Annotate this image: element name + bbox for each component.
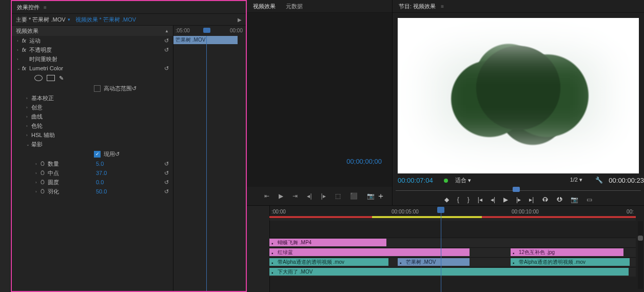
effect-controls-mini-timeline[interactable]: :05:00 00:00 芒果树 .MOV [173, 26, 246, 291]
timeline-vscrollbar[interactable] [638, 221, 643, 289]
export-frame-icon[interactable]: 📷 [571, 196, 578, 203]
mini-playhead-line[interactable] [206, 36, 207, 291]
resolution-dropdown[interactable]: 1/2 ▾ [570, 177, 582, 183]
step-back-icon[interactable]: ◂| [307, 192, 311, 200]
twirl-open-icon[interactable]: ⌄ [17, 66, 22, 71]
clip-a1[interactable]: ▪下大雨了 .MOV [269, 268, 629, 276]
clip-v3[interactable]: ▪蝴蝶飞舞 .MP4 [269, 239, 386, 246]
master-clip-label[interactable]: 主要 * 芒果树 .MOV [16, 16, 66, 24]
clip-v1c[interactable]: ▪带Alpha通道的透明视频 .mov [511, 258, 630, 266]
midpoint-value[interactable]: 37.0 [96, 170, 107, 176]
motion-effect-row[interactable]: › fx 运动 ↺ [12, 36, 173, 45]
mini-playhead-icon[interactable] [203, 28, 210, 33]
clip-v2a[interactable]: ▪红绿蓝 [269, 248, 470, 256]
scrollbar-thumb[interactable] [638, 236, 643, 241]
timeline-playhead[interactable] [441, 207, 441, 292]
basic-correction-row[interactable]: ›基本校正 [12, 93, 173, 103]
mark-out-icon[interactable]: ⇥ [292, 192, 298, 200]
color-wheels-row[interactable]: ›色轮 [12, 121, 173, 130]
curves-row[interactable]: ›曲线 [12, 112, 173, 121]
program-viewport[interactable] [398, 18, 639, 173]
collapse-icon[interactable]: ▲ [165, 29, 169, 33]
source-timecode[interactable]: 00;00;00;00 [346, 158, 382, 165]
chevron-down-icon[interactable]: ▾ [68, 17, 70, 22]
panel-menu-icon[interactable]: ≡ [44, 5, 47, 10]
twirl-icon[interactable]: › [17, 57, 22, 62]
program-scrub-bar[interactable] [396, 187, 641, 193]
add-marker-icon[interactable]: ◆ [444, 196, 449, 203]
add-button-icon[interactable]: ＋ [377, 191, 385, 202]
zoom-fit-dropdown[interactable]: 适合 ▾ [455, 177, 471, 184]
extract-icon[interactable]: ⮋ [556, 196, 562, 203]
opacity-effect-row[interactable]: › fx 不透明度 ↺ [12, 45, 173, 54]
fx-badge-icon[interactable]: fx [22, 38, 29, 44]
lumetri-effect-row[interactable]: ⌄ fx Lumetri Color ↺ [12, 64, 173, 73]
stopwatch-icon[interactable]: Ö [41, 189, 48, 194]
play-icon[interactable]: ▶ [279, 192, 283, 200]
mark-in-icon[interactable]: { [457, 196, 459, 203]
play-icon[interactable]: ▶ [503, 196, 508, 203]
time-remap-effect-row[interactable]: › 时间重映射 [12, 54, 173, 64]
reset-icon[interactable]: ↺ [164, 65, 169, 72]
panel-menu-icon[interactable]: ≡ [441, 4, 444, 9]
step-fwd-icon[interactable]: |▸ [321, 192, 326, 200]
fx-badge-icon[interactable]: fx [22, 66, 29, 71]
step-fwd-icon[interactable]: |▸ [516, 196, 521, 203]
reset-icon[interactable]: ↺ [132, 85, 136, 92]
overwrite-icon[interactable]: ⬛ [350, 192, 358, 200]
video-track-3[interactable]: ▪蝴蝶飞舞 .MP4 [269, 238, 636, 247]
feather-value[interactable]: 50.0 [96, 188, 107, 194]
ellipse-mask-icon[interactable] [34, 75, 43, 81]
creative-row[interactable]: ›创意 [12, 103, 173, 112]
export-frame-icon[interactable]: 📷 [367, 192, 375, 200]
mark-in-icon[interactable]: ⇤ [264, 192, 269, 200]
reset-icon[interactable]: ↺ [164, 47, 169, 53]
mini-clip-bar[interactable]: 芒果树 .MOV [173, 36, 238, 44]
video-track-1[interactable]: ▪带Alpha通道的透明视频 .mov ▪芒果树 .MOV ▪带Alpha通道的… [269, 257, 636, 267]
comparison-icon[interactable]: ▭ [587, 196, 592, 203]
hsl-secondary-row[interactable]: ›HSL 辅助 [12, 130, 173, 140]
sequence-clip-label[interactable]: 视频效果 * 芒果树 .MOV [75, 16, 136, 24]
reset-icon[interactable]: ↺ [164, 161, 169, 167]
reset-icon[interactable]: ↺ [164, 170, 169, 177]
fx-badge-icon[interactable]: fx [22, 47, 29, 53]
video-track-2[interactable]: ▪红绿蓝 ▪12色互补色 .jpg [269, 247, 636, 257]
clip-v2b[interactable]: ▪12色互补色 .jpg [511, 248, 623, 256]
twirl-icon[interactable]: › [17, 48, 22, 52]
stopwatch-icon[interactable]: Ö [41, 170, 48, 176]
settings-wrench-icon[interactable]: 🔧 [595, 177, 603, 184]
effect-controls-tab[interactable]: 效果控件 [17, 4, 40, 11]
tab-effects[interactable]: 视频效果 [253, 3, 276, 10]
rect-mask-icon[interactable] [47, 75, 55, 81]
go-out-icon[interactable]: ▸| [529, 196, 534, 203]
roundness-value[interactable]: 0.0 [96, 179, 104, 185]
stopwatch-icon[interactable]: Ö [41, 180, 48, 185]
lift-icon[interactable]: ⮉ [542, 196, 548, 203]
enable-checkbox[interactable]: ✓ [94, 151, 101, 158]
pen-mask-icon[interactable]: ✎ [59, 75, 64, 82]
stopwatch-icon[interactable]: Ö [41, 161, 48, 167]
scrub-handle-icon[interactable] [513, 187, 520, 192]
audio-track-1[interactable]: ▪下大雨了 .MOV [269, 267, 636, 277]
insert-icon[interactable]: ⬚ [335, 192, 341, 200]
reset-icon[interactable]: ↺ [115, 151, 120, 158]
reset-icon[interactable]: ↺ [164, 188, 169, 195]
program-monitor-tab[interactable]: 节目: 视频效果 ≡ [393, 0, 644, 13]
timeline-track-headers[interactable] [247, 206, 270, 292]
clip-v1b[interactable]: ▪芒果树 .MOV [398, 258, 470, 266]
tab-metadata[interactable]: 元数据 [286, 3, 303, 10]
step-back-icon[interactable]: ◂| [491, 196, 495, 203]
go-in-icon[interactable]: |◂ [478, 196, 482, 203]
reset-icon[interactable]: ↺ [164, 37, 169, 44]
vignette-row[interactable]: ⌄晕影 [12, 140, 173, 149]
source-monitor-viewport[interactable]: 00;00;00;00 [247, 13, 392, 187]
amount-value[interactable]: 5.0 [96, 161, 104, 167]
program-timecode[interactable]: 00:00:07:04 [398, 177, 433, 184]
work-area-bar[interactable] [269, 216, 636, 218]
mark-out-icon[interactable]: } [467, 196, 470, 203]
reset-icon[interactable]: ↺ [164, 179, 169, 186]
play-only-icon[interactable]: ▶ [238, 17, 242, 23]
clip-v1a[interactable]: ▪带Alpha通道的透明视频 .mov [269, 258, 388, 266]
mini-timeline-ruler[interactable]: :05:00 00:00 [173, 26, 246, 36]
twirl-icon[interactable]: › [17, 38, 22, 43]
